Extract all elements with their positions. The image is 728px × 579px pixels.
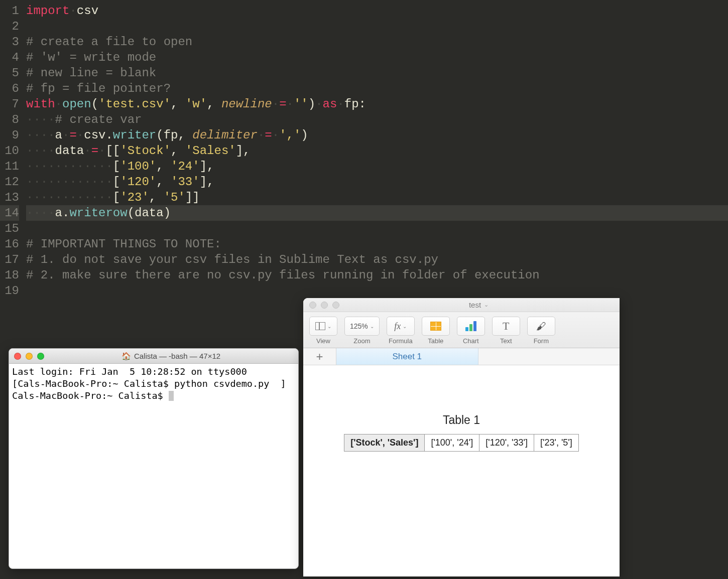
toolbar-format[interactable]: 🖌 Form (527, 317, 555, 345)
code-line[interactable]: # fp = file pointer? (26, 81, 728, 96)
toolbar-formula-label: Formula (389, 337, 413, 345)
doc-title-text: test (469, 301, 481, 309)
view-icon (315, 322, 325, 330)
code-line[interactable]: # create a file to open (26, 34, 728, 50)
code-line[interactable]: import·csv (26, 3, 728, 19)
numbers-titlebar[interactable]: test ⌄ (303, 298, 620, 312)
code-line[interactable] (26, 221, 728, 236)
terminal-line: Cals-MacBook-Pro:~ Calista$ (12, 390, 295, 402)
sheet-tab-label: Sheet 1 (392, 352, 422, 362)
terminal-line: Last login: Fri Jan 5 10:28:52 on ttys00… (12, 366, 295, 378)
code-line[interactable]: ············['120', '33'], (26, 174, 728, 190)
code-line[interactable] (26, 19, 728, 34)
code-line[interactable]: # 'w' = write mode (26, 50, 728, 65)
toolbar-table[interactable]: Table (422, 317, 450, 345)
table-title[interactable]: Table 1 (443, 413, 480, 427)
maximize-icon[interactable] (37, 353, 44, 360)
terminal-title-text: Calista — -bash — 47×12 (134, 352, 220, 360)
table-row: ['Stock', 'Sales'] ['100', '24'] ['120',… (344, 435, 579, 452)
terminal-titlebar[interactable]: 🏠 Calista — -bash — 47×12 (9, 349, 298, 364)
numbers-toolbar: ⌄ View 125%⌄ Zoom fx⌄ Formula Table Char… (303, 312, 620, 348)
code-line[interactable]: ············['23', '5']] (26, 190, 728, 205)
code-line[interactable]: ············['100', '24'], (26, 159, 728, 174)
terminal-title: 🏠 Calista — -bash — 47×12 (49, 352, 293, 361)
toolbar-formula[interactable]: fx⌄ Formula (387, 317, 415, 345)
toolbar-text[interactable]: T Text (492, 317, 520, 345)
numbers-window[interactable]: test ⌄ ⌄ View 125%⌄ Zoom fx⌄ Formula Tab… (303, 298, 620, 576)
toolbar-table-label: Table (428, 337, 443, 345)
home-icon: 🏠 (122, 352, 131, 361)
code-line[interactable]: # 1. do not save your csv files in Subli… (26, 252, 728, 267)
cursor (169, 391, 174, 401)
chevron-down-icon: ⌄ (370, 324, 374, 329)
code-line[interactable]: ····a.writerow(data) (26, 205, 728, 221)
numbers-doc-title[interactable]: test ⌄ (344, 301, 614, 309)
line-number-gutter: 1 2 3 4 5 6 7 8 9 10 11 12 13 14 15 16 1… (0, 3, 26, 299)
chevron-down-icon: ⌄ (484, 302, 489, 308)
maximize-icon[interactable] (332, 302, 339, 309)
toolbar-format-label: Form (534, 337, 549, 345)
code-line[interactable]: # new line = blank (26, 65, 728, 81)
terminal-line: [Cals-MacBook-Pro:~ Calista$ python csvd… (12, 378, 295, 390)
close-icon[interactable] (14, 353, 21, 360)
add-sheet-button[interactable]: + (303, 348, 336, 365)
text-icon: T (503, 320, 509, 333)
terminal-body[interactable]: Last login: Fri Jan 5 10:28:52 on ttys00… (9, 364, 298, 568)
terminal-window[interactable]: 🏠 Calista — -bash — 47×12 Last login: Fr… (9, 348, 299, 569)
code-editor[interactable]: 1 2 3 4 5 6 7 8 9 10 11 12 13 14 15 16 1… (0, 0, 728, 299)
code-line[interactable]: # 2. make sure there are no csv.py files… (26, 267, 728, 283)
toolbar-zoom-label: Zoom (353, 337, 370, 345)
code-line[interactable]: ····data·=·[['Stock', 'Sales'], (26, 143, 728, 159)
spreadsheet-canvas[interactable]: Table 1 ['Stock', 'Sales'] ['100', '24']… (303, 365, 620, 576)
table-cell[interactable]: ['100', '24'] (425, 435, 479, 452)
toolbar-text-label: Text (500, 337, 512, 345)
chevron-down-icon: ⌄ (327, 324, 331, 329)
table-cell[interactable]: ['120', '33'] (479, 435, 534, 452)
code-line[interactable]: ····a·=·csv.writer(fp, delimiter·=·',') (26, 127, 728, 143)
minimize-icon[interactable] (321, 302, 328, 309)
close-icon[interactable] (309, 302, 316, 309)
sheet-tabs: + Sheet 1 (303, 348, 620, 365)
minimize-icon[interactable] (26, 353, 33, 360)
fx-icon: fx (394, 321, 401, 332)
toolbar-chart[interactable]: Chart (457, 317, 485, 345)
brush-icon: 🖌 (536, 321, 546, 332)
code-line[interactable]: ····# create var (26, 112, 728, 127)
code-line[interactable] (26, 283, 728, 299)
code-line[interactable]: # IMPORTANT THINGS TO NOTE: (26, 236, 728, 252)
chevron-down-icon: ⌄ (403, 324, 407, 329)
code-area[interactable]: import·csv# create a file to open# 'w' =… (26, 3, 728, 299)
toolbar-view-label: View (316, 337, 330, 345)
table-icon (430, 322, 441, 331)
toolbar-chart-label: Chart (463, 337, 479, 345)
zoom-value: 125% (350, 322, 368, 330)
table-cell[interactable]: ['Stock', 'Sales'] (344, 435, 425, 452)
toolbar-view[interactable]: ⌄ View (309, 317, 337, 345)
table-cell[interactable]: ['23', '5'] (534, 435, 579, 452)
chart-icon (465, 321, 476, 331)
code-line[interactable]: with·open('test.csv', 'w', newline·=·'')… (26, 96, 728, 112)
data-table[interactable]: ['Stock', 'Sales'] ['100', '24'] ['120',… (344, 434, 579, 452)
toolbar-zoom[interactable]: 125%⌄ Zoom (344, 317, 380, 345)
sheet-tab[interactable]: Sheet 1 (336, 348, 478, 365)
